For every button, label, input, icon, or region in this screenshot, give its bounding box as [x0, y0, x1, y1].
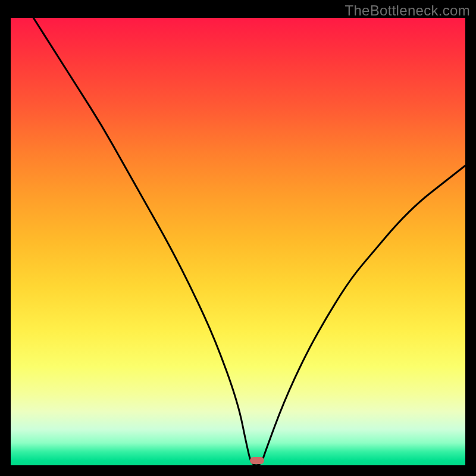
watermark-text: TheBottleneck.com: [345, 2, 470, 19]
minimum-marker: [250, 457, 264, 464]
plot-area: [11, 18, 465, 465]
chart-frame: TheBottleneck.com: [0, 0, 476, 476]
bottleneck-curve: [11, 18, 465, 465]
curve-path: [33, 18, 465, 465]
